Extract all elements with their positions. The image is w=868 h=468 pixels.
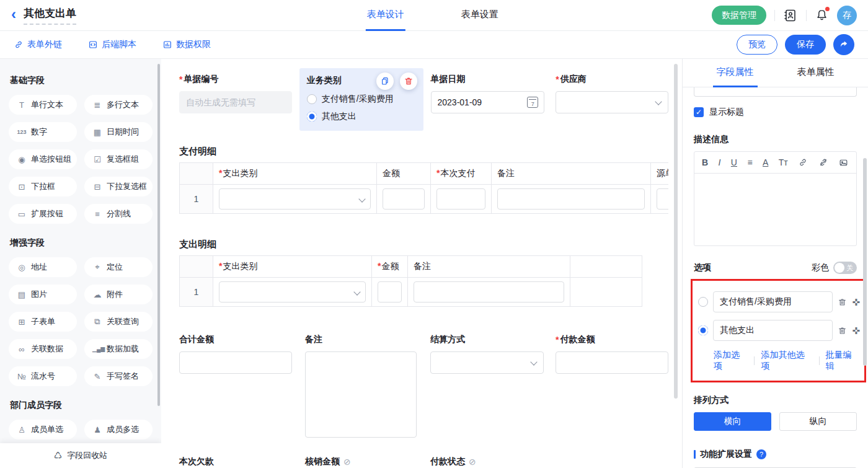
delete-field-button[interactable] xyxy=(400,73,417,90)
field-pay-amount[interactable]: *付款金额 xyxy=(556,334,668,374)
checkbox-checked-icon[interactable]: ✓ xyxy=(694,107,704,117)
field-pill-extend-button[interactable]: ▭扩展按钮 xyxy=(9,204,77,224)
field-pill-location[interactable]: ⌖定位 xyxy=(84,257,153,277)
total-amount-input[interactable] xyxy=(179,351,292,374)
remark-textarea[interactable] xyxy=(305,351,417,438)
field-pill-single-line-text[interactable]: T单行文本 xyxy=(9,95,77,115)
preview-button[interactable]: 预览 xyxy=(737,35,777,55)
horizontal-button[interactable]: 横向 xyxy=(694,412,771,431)
doc-number-input[interactable] xyxy=(179,91,292,113)
vertical-button[interactable]: 纵向 xyxy=(779,412,857,431)
data-manage-button[interactable]: 数据管理 xyxy=(712,6,766,25)
backend-script-action[interactable]: 后端脚本 xyxy=(88,39,136,50)
drag-move-icon[interactable]: ✜ xyxy=(852,298,860,307)
radio-checked-icon[interactable] xyxy=(698,325,708,335)
field-pill-lookup[interactable]: ⧉关联查询 xyxy=(84,312,153,332)
notification-bell-icon[interactable] xyxy=(815,8,829,22)
field-payment-status[interactable]: 付款状态 ⊘ xyxy=(430,456,556,467)
add-other-option-link[interactable]: 添加其他选项 xyxy=(761,350,812,372)
underline-icon[interactable]: U xyxy=(731,157,737,167)
delete-option-icon[interactable] xyxy=(838,326,847,335)
settle-method-select[interactable] xyxy=(430,351,544,374)
remove-link-icon[interactable] xyxy=(818,157,828,167)
delete-option-icon[interactable] xyxy=(838,298,847,307)
external-link-action[interactable]: 表单外链 xyxy=(14,39,62,50)
insert-link-icon[interactable] xyxy=(798,157,808,167)
field-recycle-bin[interactable]: ♺ 字段回收站 xyxy=(0,443,161,468)
field-writeoff-amount[interactable]: 核销金额 ⊘ xyxy=(305,456,430,467)
save-button[interactable]: 保存 xyxy=(785,35,826,55)
italic-icon[interactable]: I xyxy=(719,157,721,167)
radio-checked-icon xyxy=(307,112,317,121)
help-icon[interactable]: ? xyxy=(756,449,766,459)
field-doc-date[interactable]: 单据日期 7 xyxy=(431,74,545,113)
form-title-editable[interactable]: 其他支出单 xyxy=(24,6,76,25)
expense-type-select[interactable] xyxy=(219,281,366,302)
color-toggle[interactable]: 关 xyxy=(833,262,857,274)
field-total-amount[interactable]: 合计金额 xyxy=(179,334,292,374)
field-pill-member-multi[interactable]: ♟成员多选 xyxy=(84,420,153,439)
field-pill-linked-data[interactable]: ∞关联数据 xyxy=(9,339,77,359)
field-pill-multi-select[interactable]: ⊟下拉复选框 xyxy=(84,177,153,196)
back-icon[interactable]: ‹ xyxy=(11,7,16,22)
canvas-scrollbar[interactable] xyxy=(674,64,678,399)
field-current-debt[interactable]: 本次欠款 xyxy=(179,456,305,467)
insert-image-icon[interactable] xyxy=(838,157,849,168)
show-title-option[interactable]: ✓ 显示标题 xyxy=(694,107,857,118)
sidebar-scrollbar[interactable] xyxy=(157,64,160,406)
font-color-icon[interactable]: A xyxy=(763,157,768,167)
field-pill-radio-group[interactable]: ◉单选按钮组 xyxy=(9,149,77,169)
tab-form-settings[interactable]: 表单设置 xyxy=(460,0,500,31)
editor-content[interactable] xyxy=(694,174,856,245)
supplier-select[interactable] xyxy=(556,91,668,113)
panel-scrollbar[interactable] xyxy=(863,158,867,366)
tab-form-properties[interactable]: 表单属性 xyxy=(794,59,838,87)
remark-input[interactable] xyxy=(497,188,645,210)
bold-icon[interactable]: B xyxy=(702,157,708,167)
biz-type-option-1[interactable]: 支付销售/采购费用 xyxy=(307,94,416,105)
field-pill-divider[interactable]: ≡分割线 xyxy=(84,204,153,224)
amount-input[interactable] xyxy=(378,281,402,302)
drag-move-icon[interactable]: ✜ xyxy=(852,326,860,335)
biz-type-option-2[interactable]: 其他支出 xyxy=(307,111,416,122)
data-permission-action[interactable]: 数据权限 xyxy=(162,39,211,50)
align-icon[interactable]: ≡ xyxy=(747,157,752,167)
share-button[interactable] xyxy=(833,34,854,55)
field-pill-attachment[interactable]: ☁附件 xyxy=(84,285,153,304)
field-pill-datetime[interactable]: ▦日期时间 xyxy=(84,122,153,142)
field-pill-image[interactable]: ▤图片 xyxy=(9,285,77,304)
field-pill-data-load[interactable]: ▁▄▆数据加载 xyxy=(84,339,153,359)
field-name-input-partial[interactable] xyxy=(694,87,857,97)
field-supplier[interactable]: *供应商 xyxy=(556,74,668,113)
field-pill-address[interactable]: ◎地址 xyxy=(9,257,77,277)
field-pill-checkbox-group[interactable]: ☑复选框组 xyxy=(84,149,153,169)
radio-unchecked-icon[interactable] xyxy=(698,297,708,307)
user-avatar[interactable]: 存 xyxy=(837,6,857,25)
copy-field-button[interactable] xyxy=(376,73,394,90)
field-pill-multi-line-text[interactable]: ≣多行文本 xyxy=(84,95,153,115)
remark-input[interactable] xyxy=(414,281,564,302)
batch-edit-link[interactable]: 批量编辑 xyxy=(826,350,860,372)
field-remark[interactable]: 备注 xyxy=(305,334,417,440)
field-pill-member-single[interactable]: ♙成员单选 xyxy=(9,420,77,439)
contact-book-icon[interactable] xyxy=(783,8,798,23)
field-pill-signature[interactable]: ✎手写签名 xyxy=(84,366,153,386)
field-biz-type-selected[interactable]: 业务类别 xyxy=(299,68,423,131)
font-size-icon[interactable]: Tт xyxy=(779,157,788,167)
field-pill-serial-number[interactable]: №流水号 xyxy=(9,366,77,386)
tab-form-design[interactable]: 表单设计 xyxy=(366,0,405,31)
pay-amount-input[interactable] xyxy=(556,351,668,374)
amount-input[interactable] xyxy=(383,188,425,210)
field-pill-select[interactable]: ⊡下拉框 xyxy=(9,177,77,196)
field-doc-number[interactable]: *单据编号 xyxy=(179,74,292,113)
source-no-input[interactable] xyxy=(657,188,668,210)
option-2-input[interactable] xyxy=(713,320,833,341)
add-option-link[interactable]: 添加选项 xyxy=(714,350,748,372)
tab-field-properties[interactable]: 字段属性 xyxy=(713,59,758,87)
field-settle-method[interactable]: 结算方式 xyxy=(430,334,544,374)
option-1-input[interactable] xyxy=(713,291,833,312)
field-pill-subform[interactable]: ⊞子表单 xyxy=(9,312,77,332)
this-payment-input[interactable] xyxy=(436,188,485,210)
expense-type-select[interactable] xyxy=(219,188,371,210)
field-pill-number[interactable]: 123数字 xyxy=(9,122,77,142)
